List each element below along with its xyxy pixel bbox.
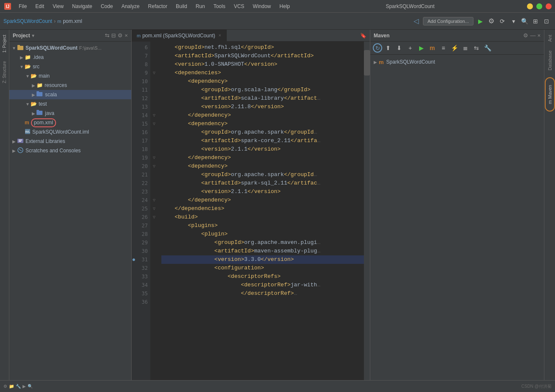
menu-edit[interactable]: Edit [32,3,48,10]
menu-help[interactable]: Help [276,3,293,10]
tree-item-sparksql[interactable]: ▼ SparkSQLWordCount F:\java\S... [9,43,131,53]
menu-code[interactable]: Code [97,3,116,10]
tree-item-scala[interactable]: ▶ scala [9,90,131,99]
menu-vcs[interactable]: VCS [231,3,248,10]
menu-file[interactable]: File [15,3,30,10]
fold-mark-26[interactable]: ▽ [153,215,155,220]
maven-project-item[interactable]: ▶ m SparkSQLWordCount [370,56,544,67]
editor-tab-pomxml[interactable]: m pom.xml (SparkSQLWordCount) × [132,30,227,42]
menu-navigate[interactable]: Navigate [69,3,96,10]
tree-item-scratches[interactable]: ▶ Scratches and Consoles [9,146,131,155]
idea-folder-icon: 📁 [25,54,31,60]
tree-item-extlibs[interactable]: ▶ External Libraries [9,137,131,146]
project-dropdown-label[interactable]: Project [13,33,30,39]
maximize-button[interactable] [536,3,542,9]
menu-view[interactable]: View [49,3,67,10]
taskbar-icon-5[interactable]: 🔍 [28,384,33,389]
line-num-7: 7 [132,52,150,60]
right-tab-maven-circle[interactable]: m Maven [545,77,555,112]
tree-item-test[interactable]: ▼ 📂 test [9,99,131,109]
tree-item-idea[interactable]: ▶ 📁 .idea [9,53,131,62]
left-vtab-structure[interactable]: Z: Structure [1,58,8,87]
fold-21 [150,171,158,179]
maven-download-icon[interactable]: ⬇ [394,43,404,53]
right-tab-database[interactable]: Database [546,47,554,74]
tree-item-iml[interactable]: IML SparkSQLWordCount.iml [9,127,131,137]
menu-tools[interactable]: Tools [210,3,229,10]
menu-refactor[interactable]: Refactor [145,3,171,10]
fold-mark-20[interactable]: ▽ [153,164,155,169]
breadcrumb-file[interactable]: pom.xml [63,18,82,24]
fold-18 [150,145,158,154]
maven-lifecycle-icon[interactable]: m [427,43,437,53]
menu-window[interactable]: Window [249,3,274,10]
maven-generate-sources-icon[interactable]: ⬆ [383,43,393,53]
project-dropdown-arrow[interactable]: ▾ [32,33,34,39]
close-sidebar-icon[interactable]: × [124,32,128,39]
maven-refresh-icon[interactable]: ↻ [373,43,382,53]
menu-analyze[interactable]: Analyze [118,3,143,10]
maven-list-icon[interactable]: ≣ [460,43,470,53]
add-configuration-button[interactable]: Add Configuration... [423,17,473,25]
tree-item-main[interactable]: ▼ 📂 main [9,71,131,81]
code-line-27: <plugins> [161,221,364,230]
taskbar-icon-4[interactable]: ▶ [23,384,26,389]
svg-line-14 [19,149,22,151]
maven-hide-icon[interactable]: × [537,32,541,39]
line-num-18: 18 [132,145,150,154]
maven-switch-icon[interactable]: ⇆ [471,43,482,53]
maven-panel-controls: ⚙ — × [523,32,541,39]
fold-mark-24[interactable]: ▽ [153,198,155,203]
line-num-29: 29 [132,238,150,247]
maven-wrench-icon[interactable]: 🔧 [482,43,493,53]
expand-arrow-scala: ▶ [31,92,37,97]
tree-item-src[interactable]: ▼ 📂 src [9,62,131,71]
back-button[interactable]: ◁ [411,16,421,26]
reload-icon[interactable]: ⟳ [497,16,507,26]
tab-close-button[interactable]: × [219,33,221,38]
svg-rect-3 [17,45,20,46]
menu-build[interactable]: Build [172,3,191,10]
search-icon[interactable]: 🔍 [519,16,530,26]
taskbar-icon-1[interactable]: ⚙ [3,384,7,389]
editor-scrollbar[interactable] [364,42,370,380]
scrollbar-thumb[interactable] [364,50,370,76]
fold-mark-14[interactable]: ▽ [153,113,155,118]
menu-run[interactable]: Run [192,3,208,10]
right-tab-ant[interactable]: Ant [546,31,554,45]
maven-run-icon[interactable]: ▶ [416,43,426,53]
taskbar-icon-2[interactable]: 📁 [9,384,14,389]
close-button[interactable] [546,3,552,9]
breadcrumb-project[interactable]: SparkSQLWordCount [3,18,52,24]
code-content[interactable]: <groupId>net.fhl.sql</groupId> <artifact… [158,42,364,380]
line-num-32: 32 [132,264,150,272]
maven-minimize-icon[interactable]: — [530,32,535,39]
fold-mark-15[interactable]: ▽ [153,121,155,126]
tree-item-java[interactable]: ▶ java [9,109,131,118]
tree-item-resources[interactable]: ▶ 📁 resources [9,81,131,90]
run-icon[interactable]: ▶ [475,16,485,26]
code-line-13: <version>2.11.8</version> [161,103,364,111]
build-icon[interactable]: ⚙ [486,16,496,26]
left-vtab-project[interactable]: 1: Project [1,31,8,56]
maven-settings-icon[interactable]: ⚙ [523,32,528,39]
fold-mark-9[interactable]: ▽ [153,70,155,76]
code-line-23: <version>2.1.1</version> [161,188,364,196]
layout-icon[interactable]: ⊞ [530,16,541,26]
fold-mark-25[interactable]: ▽ [153,206,155,211]
maven-add-icon[interactable]: + [405,43,415,53]
taskbar-icon-3[interactable]: 🔧 [16,384,21,389]
sync-icon[interactable]: ⇆ [105,32,110,39]
maven-phases-icon[interactable]: ≡ [438,43,448,53]
editor-bookmark-icon[interactable]: 🔖 [360,33,370,39]
gear-icon[interactable]: ⚙ [118,32,123,39]
settings-icon[interactable]: ⊡ [541,16,552,26]
fold-15: ▽ [150,120,158,128]
fold-mark-19[interactable]: ▽ [153,155,155,160]
down-icon[interactable]: ▾ [508,16,518,26]
minimize-button[interactable] [527,3,533,9]
tree-item-pomxml[interactable]: m pom.xml [9,118,131,127]
maven-lightning-icon[interactable]: ⚡ [449,43,459,53]
collapse-icon[interactable]: ⊟ [111,32,116,39]
line-num-26: 26 [132,213,150,221]
